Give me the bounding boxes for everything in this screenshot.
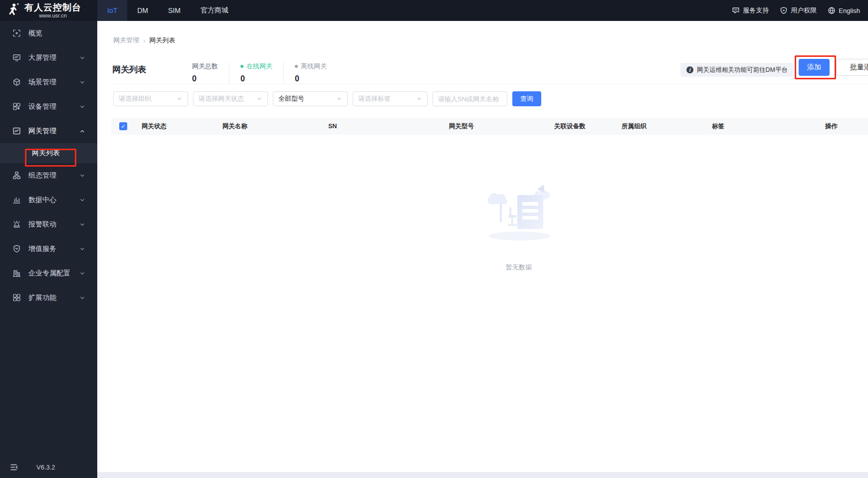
breadcrumb: 网关管理 › 网关列表 — [113, 36, 175, 45]
sidebar-item-device-management[interactable]: 设备管理 — [0, 94, 97, 119]
column-actions: 操作 — [825, 122, 868, 131]
chevron-down-icon — [256, 96, 262, 102]
top-nav: IoT DM SIM 官方商城 — [97, 0, 238, 21]
stat-label: 离线网关 — [301, 62, 327, 71]
logo[interactable]: 有人云控制台 www.usr.cn — [0, 0, 97, 21]
select-placeholder: 请选择标签 — [358, 94, 391, 103]
sidebar-item-configuration-management[interactable]: 组态管理 — [0, 163, 97, 188]
column-gateway-name: 网关名称 — [222, 122, 328, 131]
chevron-down-icon — [79, 55, 85, 61]
sidebar-item-enterprise-config[interactable]: 企业专属配置 — [0, 261, 97, 285]
sidebar-item-label: 场景管理 — [28, 78, 79, 87]
user-permission-link[interactable]: 用户权限 — [780, 6, 817, 15]
sidebar-item-scene-management[interactable]: 场景管理 — [0, 70, 97, 94]
sidebar-item-value-added-services[interactable]: 增值服务 — [0, 237, 97, 261]
column-tags: 标签 — [712, 122, 825, 131]
topbar-right: 服务支持 用户权限 English — [732, 0, 868, 21]
device-grid-icon — [12, 102, 21, 111]
tab-label: 官方商城 — [201, 6, 228, 15]
sidebar-item-label: 大屏管理 — [28, 53, 79, 62]
sidebar-item-data-center[interactable]: 数据中心 — [0, 188, 97, 212]
collapse-sidebar-icon[interactable] — [10, 463, 18, 472]
sidebar-item-extensions[interactable]: 扩展功能 — [0, 285, 97, 310]
apps-grid-icon — [12, 293, 21, 302]
tab-label: DM — [137, 6, 148, 14]
sidebar-subitem-gateway-list[interactable]: 网关列表 — [0, 143, 97, 163]
main-content: 网关管理 › 网关列表 网关列表 网关总数 0 在线网关 0 离线网关 0 i … — [97, 21, 868, 472]
column-gateway-model: 网关型号 — [449, 122, 554, 131]
column-organization: 所属组织 — [622, 122, 712, 131]
stat-total-gateways: 网关总数 0 — [192, 62, 229, 83]
organization-select[interactable]: 请选择组织 — [113, 91, 188, 106]
empty-state: 暂无数据 — [481, 178, 556, 272]
stat-value: 0 — [295, 74, 327, 83]
topbar: 有人云控制台 www.usr.cn IoT DM SIM 官方商城 服务支持 — [0, 0, 868, 21]
chevron-down-icon — [79, 246, 85, 252]
chevron-down-icon — [336, 96, 342, 102]
tab-official-mall[interactable]: 官方商城 — [191, 0, 238, 21]
select-placeholder: 请选择网关状态 — [199, 94, 244, 103]
tab-dm[interactable]: DM — [127, 0, 158, 21]
batch-add-button[interactable]: 批量添加 — [836, 59, 868, 76]
stat-label: 在线网关 — [246, 62, 272, 71]
chevron-down-icon — [79, 79, 85, 85]
chevron-down-icon — [79, 295, 85, 301]
table-header: ✓ 网关状态 网关名称 SN 网关型号 关联设备数 所属组织 标签 操作 — [111, 118, 868, 135]
usr-person-logo-icon — [6, 3, 20, 18]
stat-value: 0 — [192, 74, 218, 83]
breadcrumb-current: 网关列表 — [149, 36, 175, 45]
sidebar: 概览 大屏管理 场景管理 — [0, 21, 97, 478]
chevron-down-icon — [416, 96, 422, 102]
sidebar-item-label: 数据中心 — [28, 196, 79, 205]
chevron-down-icon — [79, 197, 85, 203]
badge-shield-icon — [12, 244, 21, 253]
column-sn: SN — [328, 123, 449, 130]
sidebar-item-alarm-linkage[interactable]: 报警联动 — [0, 212, 97, 237]
gateway-stats: 网关总数 0 在线网关 0 离线网关 0 — [192, 62, 349, 83]
chat-bubble-icon — [732, 6, 740, 14]
overview-icon — [12, 29, 21, 37]
big-screen-icon — [12, 53, 21, 62]
breadcrumb-parent[interactable]: 网关管理 — [113, 36, 139, 45]
tag-select[interactable]: 请选择标签 — [353, 91, 428, 106]
gateway-chart-icon — [12, 127, 21, 135]
sn-search-input[interactable] — [433, 91, 507, 106]
sidebar-item-label: 概览 — [28, 29, 85, 38]
tab-sim[interactable]: SIM — [158, 0, 191, 21]
search-button[interactable]: 查询 — [512, 91, 541, 106]
no-data-illustration — [481, 178, 556, 243]
filter-bar: 请选择组织 请选择网关状态 全部型号 请选择标签 — [113, 91, 541, 106]
sidebar-item-gateway-management[interactable]: 网关管理 — [0, 119, 97, 143]
chevron-down-icon — [177, 96, 183, 102]
section-divider — [113, 84, 868, 84]
siren-icon — [12, 220, 21, 229]
sidebar-item-label: 增值服务 — [28, 244, 79, 253]
shield-icon — [780, 6, 788, 14]
add-gateway-button[interactable]: 添加 — [799, 59, 830, 76]
stat-online-gateways: 在线网关 0 — [240, 62, 284, 83]
service-support-link[interactable]: 服务支持 — [732, 6, 769, 15]
chevron-down-icon — [79, 222, 85, 228]
top-link-label: 用户权限 — [791, 6, 817, 15]
bar-chart-icon — [12, 196, 21, 204]
top-link-label: English — [839, 7, 860, 14]
model-select[interactable]: 全部型号 — [273, 91, 348, 106]
sidebar-item-label: 组态管理 — [28, 171, 79, 180]
online-status-dot — [240, 65, 243, 68]
empty-state-text: 暂无数据 — [481, 263, 556, 272]
tab-iot[interactable]: IoT — [97, 0, 127, 21]
sidebar-item-screen-management[interactable]: 大屏管理 — [0, 45, 97, 70]
language-switch[interactable]: English — [828, 6, 860, 14]
top-link-label: 服务支持 — [743, 6, 769, 15]
sitemap-icon — [12, 171, 21, 180]
globe-icon — [828, 6, 836, 14]
sidebar-item-overview[interactable]: 概览 — [0, 21, 97, 45]
sidebar-item-label: 报警联动 — [28, 220, 79, 229]
gateway-status-select[interactable]: 请选择网关状态 — [193, 91, 268, 106]
offline-status-dot — [295, 65, 298, 68]
sidebar-subitem-label: 网关列表 — [32, 149, 60, 158]
sidebar-item-label: 扩展功能 — [28, 293, 79, 302]
sidebar-footer: V6.3.2 — [0, 456, 97, 478]
sidebar-item-label: 网关管理 — [28, 127, 79, 136]
select-all-checkbox[interactable]: ✓ — [119, 122, 127, 130]
